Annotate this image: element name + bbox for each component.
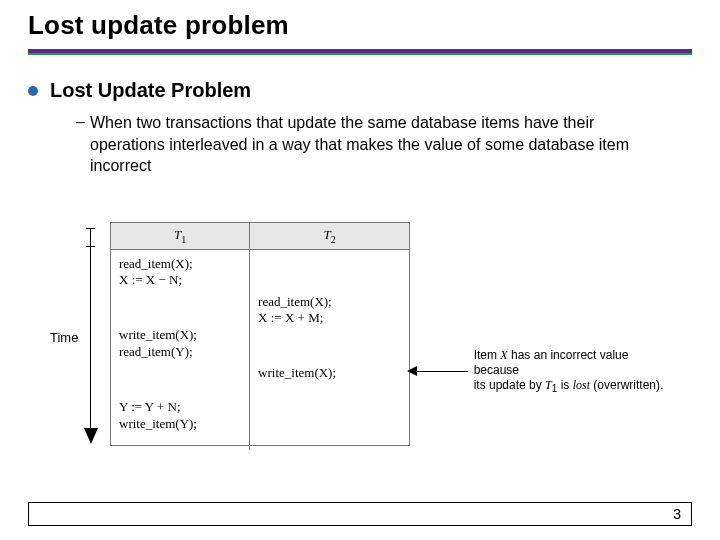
header-t2-prefix: T xyxy=(323,227,330,242)
t2-op: X := X + M; xyxy=(258,310,401,327)
header-t2: T2 xyxy=(250,223,409,249)
transactions-table: T1 T2 read_item(X); X := X − N; write_it… xyxy=(110,222,410,446)
header-t2-sub: 2 xyxy=(331,234,336,245)
t2-column: read_item(X); X := X + M; write_item(X); xyxy=(250,250,409,450)
time-axis-arrow-icon xyxy=(84,228,98,446)
t1-op: write_item(Y); xyxy=(119,416,241,433)
bullet-dot-icon xyxy=(28,86,38,96)
t1-op: Y := Y + N; xyxy=(119,399,241,416)
annotation-span: Item xyxy=(474,348,501,362)
header-t1: T1 xyxy=(111,223,250,249)
arrow-left-icon xyxy=(415,371,468,372)
bullet-dash-icon: – xyxy=(76,113,90,131)
annotation-span: (overwritten). xyxy=(590,378,663,392)
table-body-row: read_item(X); X := X − N; write_item(X);… xyxy=(111,250,409,450)
slide-title: Lost update problem xyxy=(28,10,692,41)
t2-op: write_item(X); xyxy=(258,365,401,382)
t1-op: X := X − N; xyxy=(119,272,241,289)
annotation-span: T xyxy=(545,378,552,392)
annotation-span: its update by xyxy=(474,378,545,392)
schedule-diagram: Time T1 T2 read_item(X); X := X − N; xyxy=(80,220,670,460)
t1-column: read_item(X); X := X − N; write_item(X);… xyxy=(111,250,250,450)
annotation-text: Item X has an incorrect value because it… xyxy=(474,348,665,396)
t2-op: read_item(X); xyxy=(258,294,401,311)
level2-text: When two transactions that update the sa… xyxy=(90,112,650,177)
t1-op: read_item(Y); xyxy=(119,344,241,361)
title-underline xyxy=(28,49,692,55)
time-axis-label: Time xyxy=(50,330,78,345)
level2-bullet-item: – When two transactions that update the … xyxy=(76,112,692,177)
t1-op: write_item(X); xyxy=(119,327,241,344)
level1-text: Lost Update Problem xyxy=(50,79,251,102)
t1-op: read_item(X); xyxy=(119,256,241,273)
annotation-span: lost xyxy=(573,378,590,392)
annotation-span: X xyxy=(500,348,507,362)
header-t1-sub: 1 xyxy=(181,234,186,245)
level1-bullet-item: Lost Update Problem xyxy=(28,79,692,102)
slide: Lost update problem Lost Update Problem … xyxy=(0,0,720,540)
annotation: Item X has an incorrect value because it… xyxy=(415,348,665,396)
table-header-row: T1 T2 xyxy=(111,223,409,250)
page-number: 3 xyxy=(673,506,681,522)
footer-bar: 3 xyxy=(28,502,692,526)
annotation-span: is xyxy=(557,378,572,392)
